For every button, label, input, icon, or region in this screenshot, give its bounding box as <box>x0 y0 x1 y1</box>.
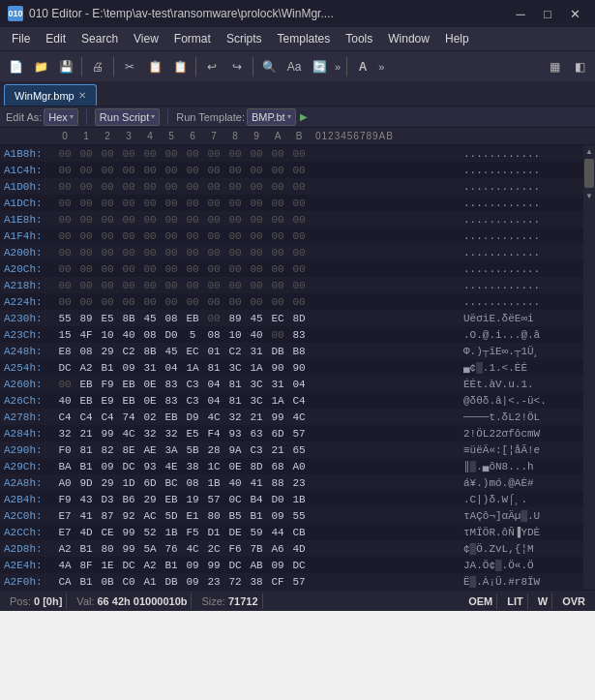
hex-byte[interactable]: 08 <box>75 346 97 357</box>
hex-byte[interactable]: 08 <box>182 477 203 489</box>
hex-byte[interactable]: 31 <box>139 362 161 374</box>
hex-byte[interactable]: 93 <box>139 461 161 472</box>
hex-byte[interactable]: 00 <box>203 148 224 160</box>
hex-byte[interactable]: 83 <box>161 379 182 390</box>
hex-byte[interactable]: 00 <box>75 280 97 291</box>
hex-byte[interactable]: 00 <box>267 280 288 291</box>
hex-byte[interactable]: 00 <box>54 247 75 259</box>
hex-byte[interactable]: C4 <box>75 411 97 423</box>
hex-byte[interactable]: 00 <box>161 148 182 160</box>
save-button[interactable]: 💾 <box>54 55 77 78</box>
hex-byte[interactable]: 00 <box>54 181 75 193</box>
hex-byte[interactable]: D0 <box>267 494 288 505</box>
hex-byte[interactable]: 38 <box>182 461 203 472</box>
hex-byte[interactable]: 3A <box>161 444 182 456</box>
hex-byte[interactable]: 8D <box>246 461 267 472</box>
hex-byte[interactable]: 00 <box>139 165 161 176</box>
hex-byte[interactable]: 40 <box>246 329 267 341</box>
hex-byte[interactable]: 80 <box>97 543 118 555</box>
scroll-thumb[interactable] <box>584 159 594 188</box>
hex-byte[interactable]: 00 <box>182 148 203 160</box>
hex-byte[interactable]: 02 <box>139 411 161 423</box>
hex-byte[interactable]: 00 <box>267 198 288 209</box>
hex-byte[interactable]: 32 <box>161 428 182 440</box>
hex-byte[interactable]: A0 <box>288 461 310 472</box>
hex-byte[interactable]: 00 <box>267 165 288 176</box>
hex-byte[interactable]: 00 <box>97 214 118 226</box>
hex-byte[interactable]: CE <box>97 527 118 538</box>
hex-byte[interactable]: 04 <box>288 379 310 390</box>
hex-byte[interactable]: 40 <box>54 395 75 407</box>
hex-byte[interactable]: 81 <box>224 379 246 390</box>
hex-byte[interactable]: CA <box>54 576 75 588</box>
hex-byte[interactable]: F6 <box>224 543 246 555</box>
hex-byte[interactable]: 00 <box>54 165 75 176</box>
hex-byte[interactable]: EB <box>118 395 139 407</box>
hex-byte[interactable]: 00 <box>75 214 97 226</box>
hex-byte[interactable]: 1A <box>267 395 288 407</box>
hex-byte[interactable]: 57 <box>288 576 310 588</box>
hex-byte[interactable]: 00 <box>182 165 203 176</box>
hex-byte[interactable]: C3 <box>246 444 267 456</box>
hex-byte[interactable]: 99 <box>203 560 224 571</box>
hex-byte[interactable]: 81 <box>75 444 97 456</box>
hex-byte[interactable]: 3C <box>224 362 246 374</box>
hex-byte[interactable]: 88 <box>267 477 288 489</box>
hex-byte[interactable]: 1E <box>97 560 118 571</box>
hex-byte[interactable]: 1B <box>288 494 310 505</box>
run-script-dropdown[interactable]: Run Script ▾ <box>95 108 160 126</box>
hex-byte[interactable]: 72 <box>224 576 246 588</box>
cut-button[interactable]: ✂ <box>118 55 141 78</box>
run-template-play-button[interactable]: ▶ <box>298 111 310 122</box>
hex-byte[interactable]: 00 <box>97 230 118 242</box>
hex-byte[interactable]: 00 <box>224 165 246 176</box>
hex-byte[interactable]: 8B <box>118 313 139 324</box>
hex-byte[interactable]: C4 <box>97 411 118 423</box>
hex-byte[interactable]: 10 <box>97 329 118 341</box>
hex-byte[interactable]: DE <box>224 527 246 538</box>
hex-byte[interactable]: 00 <box>224 181 246 193</box>
menu-view[interactable]: View <box>126 27 166 50</box>
hex-byte[interactable]: 00 <box>139 280 161 291</box>
toolbar-more[interactable]: » <box>333 61 342 73</box>
hex-byte[interactable]: 00 <box>161 165 182 176</box>
hex-byte[interactable]: BA <box>54 461 75 472</box>
font-button[interactable]: A <box>351 55 374 78</box>
menu-file[interactable]: File <box>4 27 38 50</box>
hex-byte[interactable]: 45 <box>139 313 161 324</box>
hex-byte[interactable]: 29 <box>97 477 118 489</box>
hex-byte[interactable]: 00 <box>203 165 224 176</box>
hex-byte[interactable]: 99 <box>267 411 288 423</box>
hex-byte[interactable]: F9 <box>97 379 118 390</box>
hex-byte[interactable]: 23 <box>288 477 310 489</box>
hex-byte[interactable]: 00 <box>97 198 118 209</box>
hex-byte[interactable]: 08 <box>161 313 182 324</box>
hex-byte[interactable]: EC <box>182 346 203 357</box>
hex-byte[interactable]: 00 <box>75 148 97 160</box>
hex-byte[interactable]: 00 <box>224 198 246 209</box>
hex-byte[interactable]: EB <box>182 313 203 324</box>
hex-byte[interactable]: 00 <box>203 280 224 291</box>
hex-byte[interactable]: 09 <box>118 362 139 374</box>
hex-byte[interactable]: 00 <box>288 296 310 308</box>
hex-byte[interactable]: 6D <box>267 428 288 440</box>
hex-byte[interactable]: 00 <box>246 280 267 291</box>
hex-byte[interactable]: 1A <box>246 362 267 374</box>
hex-byte[interactable]: 89 <box>224 313 246 324</box>
hex-byte[interactable]: 00 <box>97 181 118 193</box>
undo-button[interactable]: ↩ <box>200 55 223 78</box>
hex-byte[interactable]: C0 <box>118 576 139 588</box>
hex-byte[interactable]: B1 <box>161 560 182 571</box>
hex-byte[interactable]: 00 <box>97 263 118 275</box>
hex-byte[interactable]: 00 <box>267 263 288 275</box>
hex-byte[interactable]: E5 <box>97 313 118 324</box>
hex-byte[interactable]: 00 <box>288 247 310 259</box>
hex-byte[interactable]: A2 <box>54 543 75 555</box>
hex-byte[interactable]: 00 <box>139 263 161 275</box>
hex-byte[interactable]: CB <box>288 527 310 538</box>
hex-byte[interactable]: 04 <box>203 379 224 390</box>
hex-byte[interactable]: D9 <box>182 411 203 423</box>
hex-byte[interactable]: 09 <box>182 576 203 588</box>
hex-byte[interactable]: 8D <box>288 313 310 324</box>
hex-byte[interactable]: 80 <box>203 510 224 522</box>
